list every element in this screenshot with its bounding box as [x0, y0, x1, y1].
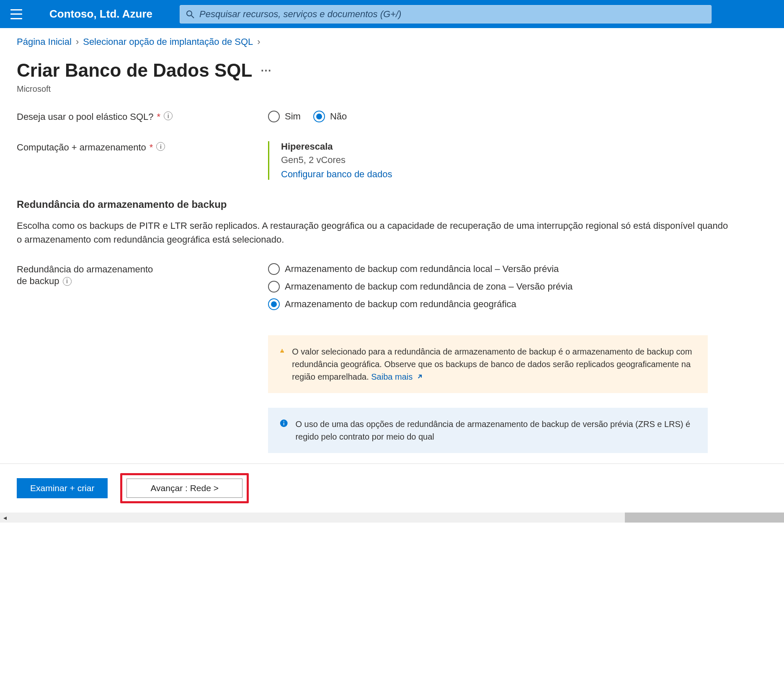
page-title-text: Criar Banco de Dados SQL: [17, 60, 252, 81]
elastic-label-text: Deseja usar o pool elástico SQL?: [17, 111, 154, 122]
svg-line-1: [191, 16, 194, 18]
elastic-yes-radio[interactable]: Sim: [268, 111, 301, 122]
horizontal-scrollbar[interactable]: ◂: [0, 513, 784, 523]
breadcrumb-deploy-option[interactable]: Selecionar opção de implantação de SQL: [83, 36, 253, 47]
search-icon: [186, 10, 194, 18]
required-asterisk: *: [150, 142, 153, 153]
compute-storage-row: Computação + armazenamento * i Hiperesca…: [17, 141, 767, 180]
info-icon[interactable]: i: [164, 111, 173, 120]
elastic-radio-group: Sim Não: [268, 111, 767, 122]
geo-warning-text: O valor selecionado para a redundância d…: [292, 345, 696, 383]
svg-point-0: [187, 11, 192, 16]
geo-warning-alert: O valor selecionado para a redundância d…: [268, 335, 708, 393]
compute-tier: Hiperescala: [281, 141, 767, 152]
elastic-pool-row: Deseja usar o pool elástico SQL? * i Sim…: [17, 111, 767, 122]
search-placeholder: Pesquisar recursos, serviços e documento…: [199, 9, 401, 20]
search-input[interactable]: Pesquisar recursos, serviços e documento…: [180, 5, 712, 23]
info-icon[interactable]: i: [156, 142, 165, 151]
chevron-right-icon: ›: [76, 36, 79, 47]
top-bar: Contoso, Ltd. Azure Pesquisar recursos, …: [0, 0, 784, 28]
required-asterisk: *: [157, 111, 161, 122]
svg-rect-6: [284, 421, 284, 422]
backup-geo-radio[interactable]: Armazenamento de backup com redundância …: [268, 298, 767, 310]
elastic-no-radio[interactable]: Não: [313, 111, 347, 122]
breadcrumb: Página Inicial › Selecionar opção de imp…: [17, 36, 767, 47]
configure-database-link[interactable]: Configurar banco de dados: [281, 169, 767, 180]
info-icon[interactable]: i: [63, 277, 72, 286]
more-actions-icon[interactable]: ⋯: [260, 64, 272, 77]
compute-storage-label: Computação + armazenamento * i: [17, 141, 268, 180]
svg-rect-3: [282, 352, 282, 352]
next-network-button[interactable]: Avançar : Rede >: [126, 479, 242, 498]
elastic-yes-label: Sim: [285, 111, 301, 122]
main-content: Página Inicial › Selecionar opção de imp…: [0, 28, 784, 453]
brand-title: Contoso, Ltd. Azure: [49, 8, 152, 21]
backup-redundancy-label: Redundância do armazenamento de backup i: [17, 263, 268, 453]
backup-redundancy-description: Escolha como os backups de PITR e LTR se…: [17, 219, 729, 246]
preview-info-text: O uso de uma das opções de redundância d…: [295, 418, 696, 443]
elastic-no-label: Não: [330, 111, 347, 122]
page-title: Criar Banco de Dados SQL ⋯: [17, 60, 767, 81]
backup-label-1: Redundância do armazenamento: [17, 264, 153, 275]
compute-summary: Hiperescala Gen5, 2 vCores Configurar ba…: [268, 141, 767, 180]
external-link-icon: [417, 370, 423, 383]
backup-radio-group: Armazenamento de backup com redundância …: [268, 263, 767, 310]
learn-more-link[interactable]: Saiba mais: [371, 372, 423, 381]
compute-detail: Gen5, 2 vCores: [281, 155, 767, 166]
footer-actions: Examinar + criar Avançar : Rede >: [0, 463, 784, 513]
backup-zone-radio[interactable]: Armazenamento de backup com redundância …: [268, 281, 767, 293]
backup-local-radio[interactable]: Armazenamento de backup com redundância …: [268, 263, 767, 275]
next-button-highlight: Avançar : Rede >: [120, 473, 248, 503]
chevron-right-icon: ›: [257, 36, 260, 47]
breadcrumb-home[interactable]: Página Inicial: [17, 36, 72, 47]
preview-info-alert: O uso de uma das opções de redundância d…: [268, 408, 708, 453]
backup-redundancy-row: Redundância do armazenamento de backup i…: [17, 263, 767, 453]
backup-label-2: de backup: [17, 276, 59, 287]
info-icon: [280, 418, 288, 429]
backup-redundancy-heading: Redundância do armazenamento de backup: [17, 199, 767, 210]
scroll-left-arrow-icon[interactable]: ◂: [0, 513, 10, 523]
elastic-pool-label: Deseja usar o pool elástico SQL? * i: [17, 111, 268, 122]
review-create-button[interactable]: Examinar + criar: [17, 478, 108, 498]
scroll-thumb[interactable]: [625, 513, 784, 523]
backup-geo-label: Armazenamento de backup com redundância …: [285, 299, 516, 310]
page-subtitle: Microsoft: [17, 84, 767, 94]
backup-local-label: Armazenamento de backup com redundância …: [285, 264, 559, 274]
hamburger-icon[interactable]: [10, 9, 22, 19]
svg-rect-5: [284, 422, 284, 425]
compute-label-text: Computação + armazenamento: [17, 142, 146, 153]
backup-zone-label: Armazenamento de backup com redundância …: [285, 281, 573, 292]
warning-icon: [280, 345, 284, 356]
svg-rect-2: [282, 350, 282, 351]
